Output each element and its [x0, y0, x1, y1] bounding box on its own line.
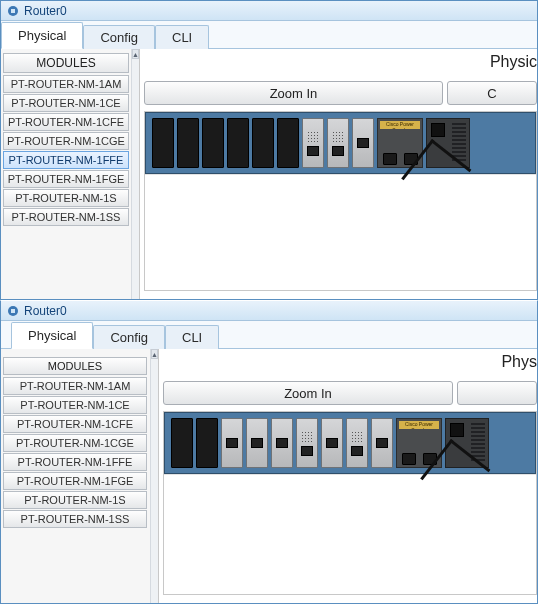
module-item[interactable]: PT-ROUTER-NM-1FGE — [3, 472, 147, 490]
module-item[interactable]: PT-ROUTER-NM-1FFE — [3, 453, 147, 471]
app-window-1: Router0 Physical Config CLI MODULES PT-R… — [0, 0, 538, 300]
installed-module[interactable] — [371, 418, 393, 468]
content-area: MODULES PT-ROUTER-NM-1AM PT-ROUTER-NM-1C… — [1, 349, 537, 603]
module-item[interactable]: PT-ROUTER-NM-1AM — [3, 75, 129, 93]
section-title: Phys — [501, 353, 537, 371]
tab-config[interactable]: Config — [93, 325, 165, 349]
section-title: Physic — [490, 53, 537, 71]
installed-module[interactable] — [346, 418, 368, 468]
tab-config[interactable]: Config — [83, 25, 155, 49]
installed-module[interactable] — [321, 418, 343, 468]
tab-bar: Physical Config CLI — [1, 321, 537, 349]
psu-label: Cisco Power Supply — [399, 421, 439, 429]
module-item[interactable]: PT-ROUTER-NM-1CGE — [3, 132, 129, 150]
module-item[interactable]: PT-ROUTER-NM-1CE — [3, 94, 129, 112]
window-title: Router0 — [24, 304, 67, 318]
svg-rect-3 — [11, 309, 15, 313]
empty-slot[interactable] — [202, 118, 224, 168]
empty-slot[interactable] — [196, 418, 218, 468]
modules-header: MODULES — [3, 357, 147, 375]
device-canvas[interactable] — [164, 474, 536, 594]
titlebar[interactable]: Router0 — [1, 1, 537, 21]
installed-module[interactable] — [246, 418, 268, 468]
module-item[interactable]: PT-ROUTER-NM-1S — [3, 491, 147, 509]
psu-label: Cisco Power Supply — [380, 121, 420, 129]
router-icon — [6, 4, 20, 18]
empty-slot[interactable] — [177, 118, 199, 168]
installed-module[interactable] — [221, 418, 243, 468]
modules-sidebar: MODULES PT-ROUTER-NM-1AM PT-ROUTER-NM-1C… — [1, 49, 140, 299]
tab-cli[interactable]: CLI — [165, 325, 219, 349]
installed-module[interactable] — [302, 118, 324, 168]
power-block — [426, 118, 470, 168]
empty-slot[interactable] — [252, 118, 274, 168]
sidebar-scrollbar[interactable]: ▲ — [131, 49, 139, 299]
router-chassis[interactable]: Cisco Power Supply — [145, 112, 536, 174]
content-area: MODULES PT-ROUTER-NM-1AM PT-ROUTER-NM-1C… — [1, 49, 537, 299]
device-canvas[interactable] — [145, 174, 536, 290]
titlebar[interactable]: Router0 — [1, 301, 537, 321]
installed-module[interactable] — [296, 418, 318, 468]
scroll-up-icon[interactable]: ▲ — [132, 49, 139, 59]
installed-module[interactable] — [271, 418, 293, 468]
zoom-in-button[interactable]: Zoom In — [144, 81, 443, 105]
module-item[interactable]: PT-ROUTER-NM-1AM — [3, 377, 147, 395]
tab-physical[interactable]: Physical — [1, 22, 83, 49]
device-view-container: Cisco Power Supply — [144, 111, 537, 291]
modules-header: MODULES — [3, 53, 129, 73]
power-block — [445, 418, 489, 468]
secondary-button[interactable]: C — [447, 81, 537, 105]
device-view-container: Cisco Power Supply — [163, 411, 537, 595]
window-title: Router0 — [24, 4, 67, 18]
main-panel: Phys Zoom In Cisco Power Supply — [159, 349, 537, 603]
empty-slot[interactable] — [171, 418, 193, 468]
sidebar-scrollbar[interactable]: ▲ — [150, 349, 158, 603]
router-icon — [6, 304, 20, 318]
modules-sidebar: MODULES PT-ROUTER-NM-1AM PT-ROUTER-NM-1C… — [1, 349, 159, 603]
tab-physical[interactable]: Physical — [11, 322, 93, 349]
module-item[interactable]: PT-ROUTER-NM-1FGE — [3, 170, 129, 188]
scroll-up-icon[interactable]: ▲ — [151, 349, 158, 359]
empty-slot[interactable] — [277, 118, 299, 168]
power-switch[interactable] — [450, 423, 464, 437]
module-item[interactable]: PT-ROUTER-NM-1S — [3, 189, 129, 207]
installed-module[interactable] — [352, 118, 374, 168]
empty-slot[interactable] — [227, 118, 249, 168]
zoom-in-button[interactable]: Zoom In — [163, 381, 453, 405]
toolbar-row: Zoom In — [163, 381, 537, 405]
router-chassis[interactable]: Cisco Power Supply — [164, 412, 536, 474]
module-item[interactable]: PT-ROUTER-NM-1SS — [3, 510, 147, 528]
module-item-selected[interactable]: PT-ROUTER-NM-1FFE — [3, 151, 129, 169]
module-item[interactable]: PT-ROUTER-NM-1CFE — [3, 415, 147, 433]
empty-slot[interactable] — [152, 118, 174, 168]
tab-cli[interactable]: CLI — [155, 25, 209, 49]
toolbar-row: Zoom In C — [144, 81, 537, 105]
module-item[interactable]: PT-ROUTER-NM-1CGE — [3, 434, 147, 452]
module-item[interactable]: PT-ROUTER-NM-1SS — [3, 208, 129, 226]
app-window-2: Router0 Physical Config CLI MODULES PT-R… — [0, 300, 538, 604]
tab-bar: Physical Config CLI — [1, 21, 537, 49]
module-item[interactable]: PT-ROUTER-NM-1CE — [3, 396, 147, 414]
power-switch[interactable] — [431, 123, 445, 137]
secondary-button[interactable] — [457, 381, 537, 405]
mgmt-port[interactable] — [402, 453, 416, 465]
main-panel: Physic Zoom In C Cisco Power Sup — [140, 49, 537, 299]
installed-module[interactable] — [327, 118, 349, 168]
svg-rect-1 — [11, 9, 15, 13]
mgmt-port[interactable] — [383, 153, 397, 165]
module-item[interactable]: PT-ROUTER-NM-1CFE — [3, 113, 129, 131]
